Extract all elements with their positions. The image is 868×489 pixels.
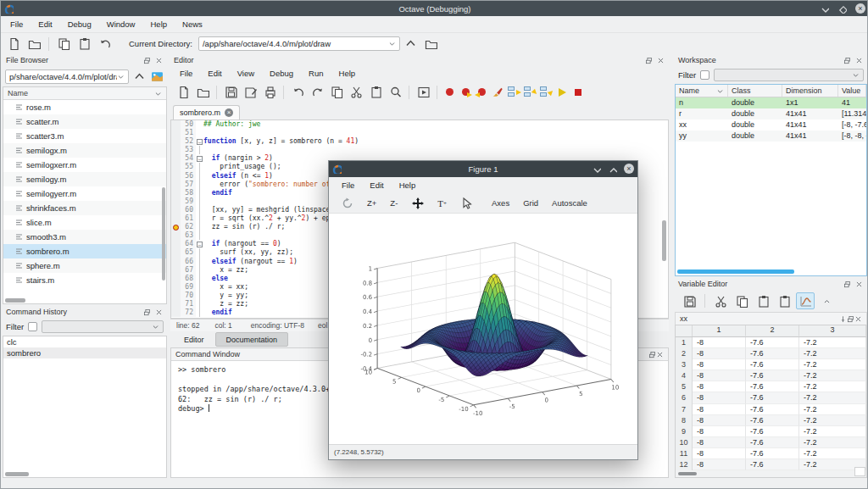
variable-cell[interactable]: -7.6 — [746, 426, 799, 437]
variable-row-9[interactable]: 9-8-7.6-7.2 — [676, 426, 866, 437]
workspace-row-yy[interactable]: yydouble41x41[-8, -8, - — [676, 131, 866, 142]
sombrero-surface-plot[interactable] — [329, 214, 636, 441]
next-breakpoint-button[interactable] — [458, 85, 473, 100]
close-panel-icon[interactable] — [656, 351, 664, 358]
maximize-icon[interactable] — [608, 164, 617, 174]
file-list-scrollbar[interactable] — [162, 187, 165, 281]
figure-menu-help[interactable]: Help — [392, 178, 424, 192]
editor-menu-debug[interactable]: Debug — [262, 66, 301, 81]
open-button[interactable] — [25, 36, 43, 53]
variable-grid[interactable]: 1 2 3 1-8-7.6-7.22-8-7.6-7.23-8-7.6-7.24… — [675, 325, 867, 478]
menu-news[interactable]: News — [175, 17, 210, 31]
insert-text-button[interactable]: T+ — [432, 197, 452, 210]
breakpoint-gutter[interactable] — [171, 214, 181, 223]
tab-sombrero[interactable]: sombrero.m × — [173, 105, 240, 119]
menu-edit[interactable]: Edit — [31, 17, 59, 31]
variable-cell[interactable]: -7.2 — [799, 337, 866, 348]
workspace-table[interactable]: Name Class Dimension Value ndouble1x141r… — [675, 84, 867, 276]
breakpoint-gutter[interactable] — [171, 120, 181, 129]
float-panel-icon[interactable] — [648, 351, 656, 358]
file-row-semilogy.m[interactable]: semilogy.m — [3, 172, 166, 186]
editor-menu-help[interactable]: Help — [331, 66, 364, 81]
breakpoint-gutter[interactable] — [171, 146, 181, 154]
rotate-button[interactable] — [336, 195, 359, 211]
variable-cell[interactable]: -7.6 — [746, 459, 799, 470]
stop-debug-button[interactable] — [570, 85, 586, 100]
workspace-row-n[interactable]: ndouble1x141 — [676, 97, 866, 108]
autoscale-button[interactable]: Autoscale — [547, 197, 593, 209]
variable-row-8[interactable]: 8-8-7.6-7.2 — [676, 415, 866, 426]
ed-paste-button[interactable] — [366, 84, 385, 101]
maximize-icon[interactable] — [837, 4, 847, 14]
file-list-hscrollbar[interactable] — [5, 298, 25, 303]
fold-gutter[interactable] — [196, 266, 203, 275]
workspace-row-r[interactable]: rdouble41x41[11.314 — [676, 108, 866, 119]
tab-documentation[interactable]: Documentation — [215, 332, 289, 347]
fold-gutter[interactable] — [196, 120, 203, 129]
editor-menu-file[interactable]: File — [172, 66, 200, 81]
grid-button[interactable]: Grid — [518, 197, 543, 209]
float-panel-icon[interactable] — [847, 315, 854, 323]
ed-cut-button[interactable] — [347, 84, 365, 101]
workspace-hscrollbar[interactable] — [677, 270, 794, 274]
menu-window[interactable]: Window — [99, 17, 143, 31]
variable-cell[interactable]: -7.2 — [799, 359, 866, 370]
file-row-rose.m[interactable]: rose.m — [3, 100, 166, 114]
current-directory-combo[interactable]: /app/share/octave/4.4.0/m/plot/draw — [198, 36, 400, 51]
file-row-semilogx.m[interactable]: semilogx.m — [3, 143, 166, 158]
fold-gutter[interactable] — [196, 163, 203, 171]
fold-gutter[interactable] — [196, 231, 203, 240]
breakpoint-gutter[interactable] — [171, 275, 181, 283]
fb-one-directory-up-button[interactable] — [131, 68, 147, 85]
variable-row-1[interactable]: 1-8-7.6-7.2 — [676, 337, 866, 348]
variable-row-7[interactable]: 7-8-7.6-7.2 — [676, 404, 866, 415]
breakpoint-gutter[interactable] — [171, 163, 181, 171]
variable-cell[interactable]: -8 — [693, 337, 746, 348]
ve-paste-button[interactable] — [754, 292, 772, 309]
breakpoint-gutter[interactable] — [171, 240, 181, 248]
tab-editor[interactable]: Editor — [174, 332, 214, 347]
variable-cell[interactable]: -7.6 — [746, 337, 799, 348]
ed-find-button[interactable] — [386, 84, 404, 101]
file-row-semilogxerr.m[interactable]: semilogxerr.m — [3, 158, 166, 172]
variable-cell[interactable]: -7.6 — [746, 392, 799, 403]
variable-cell[interactable]: -7.2 — [799, 381, 866, 392]
breakpoint-gutter[interactable] — [171, 266, 181, 275]
figure-menu-file[interactable]: File — [334, 178, 362, 192]
file-row-stairs.m[interactable]: stairs.m — [3, 273, 166, 287]
file-row-sphere.m[interactable]: sphere.m — [3, 258, 166, 273]
axes-button[interactable]: Axes — [487, 197, 515, 209]
close-icon[interactable]: × — [855, 3, 865, 14]
variable-row-3[interactable]: 3-8-7.6-7.2 — [676, 359, 866, 370]
ed-copy-button[interactable] — [327, 84, 346, 101]
fold-gutter[interactable] — [196, 258, 203, 266]
continue-button[interactable] — [554, 85, 570, 100]
fold-gutter[interactable] — [196, 292, 203, 300]
previous-breakpoint-button[interactable] — [474, 85, 489, 100]
fold-collapse-icon[interactable]: – — [197, 242, 203, 247]
file-row-scatter.m[interactable]: scatter.m — [3, 114, 166, 129]
zoom-in-button[interactable]: Z+ — [362, 197, 381, 209]
editor-menu-edit[interactable]: Edit — [200, 66, 229, 81]
breakpoint-gutter[interactable] — [171, 308, 181, 317]
fold-gutter[interactable] — [196, 129, 203, 137]
file-row-shrinkfaces.m[interactable]: shrinkfaces.m — [3, 201, 166, 215]
copy-button[interactable] — [54, 36, 73, 53]
editor-menu-view[interactable]: View — [230, 66, 262, 81]
variable-grid-header[interactable]: 1 2 3 — [676, 325, 866, 337]
fold-gutter[interactable] — [196, 181, 203, 189]
close-panel-icon[interactable] — [154, 56, 164, 65]
variable-cell[interactable]: -8 — [693, 348, 746, 359]
file-list-header[interactable]: Name — [3, 87, 166, 100]
ve-collapse-button[interactable] — [817, 292, 836, 309]
figure-window[interactable]: Figure 1 × FileEditHelp Z+ Z- T+ Axes Gr… — [328, 160, 638, 460]
new-script-button[interactable] — [4, 36, 23, 53]
variable-cell[interactable]: -7.2 — [799, 348, 866, 359]
variable-cell[interactable]: -8 — [693, 381, 746, 392]
fold-gutter[interactable] — [196, 300, 203, 308]
variable-row-10[interactable]: 10-8-7.6-7.2 — [676, 437, 866, 448]
paste-button[interactable] — [75, 36, 93, 53]
ve-copy-button[interactable] — [732, 292, 751, 309]
breakpoint-gutter[interactable] — [171, 223, 181, 231]
fold-gutter[interactable] — [196, 189, 203, 197]
